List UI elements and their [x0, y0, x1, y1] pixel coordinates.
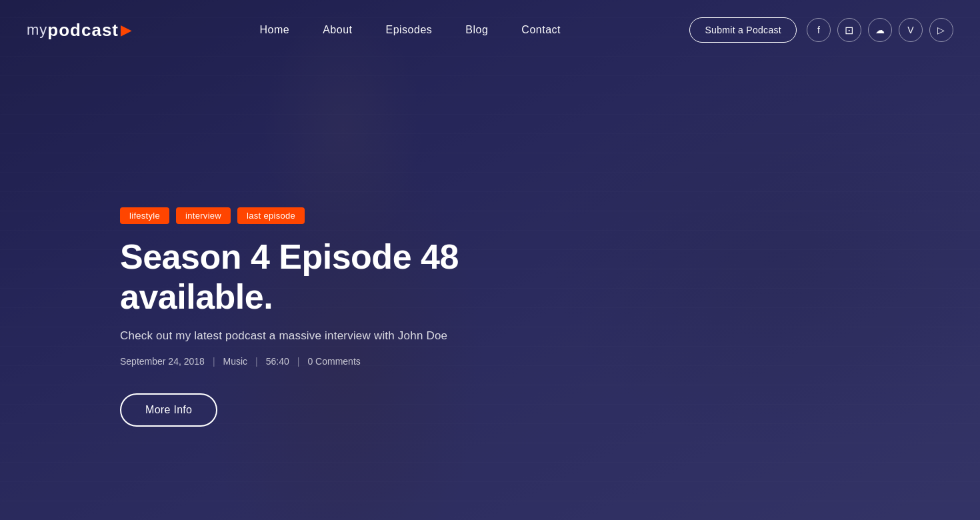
tag-interview[interactable]: interview [176, 207, 231, 224]
submit-podcast-button[interactable]: Submit a Podcast [689, 17, 797, 43]
hero-meta: September 24, 2018 | Music | 56:40 | 0 C… [120, 356, 587, 367]
youtube-icon[interactable]: ▷ [929, 18, 953, 42]
header-right: Submit a Podcast f ⊡ ☁ V ▷ [689, 17, 953, 43]
instagram-icon[interactable]: ⊡ [837, 18, 861, 42]
tag-lifestyle[interactable]: lifestyle [120, 207, 169, 224]
header: my podcast ▶ Home About Episodes Blog Co… [0, 0, 980, 60]
nav-home[interactable]: Home [259, 24, 289, 36]
meta-sep-3: | [297, 356, 300, 367]
logo-podcast: podcast [47, 20, 119, 41]
logo-my: my [27, 21, 47, 39]
logo[interactable]: my podcast ▶ [27, 20, 131, 41]
social-icons: f ⊡ ☁ V ▷ [807, 18, 953, 42]
hero-content: lifestyle interview last episode Season … [120, 207, 587, 427]
hero-comments: 0 Comments [307, 356, 360, 367]
nav-blog[interactable]: Blog [465, 24, 488, 36]
facebook-icon[interactable]: f [807, 18, 831, 42]
hero-category: Music [223, 356, 248, 367]
logo-arrow-icon: ▶ [121, 22, 131, 38]
nav-about[interactable]: About [323, 24, 352, 36]
hero-date: September 24, 2018 [120, 356, 205, 367]
hero-subtitle: Check out my latest podcast a massive in… [120, 329, 587, 343]
hero-duration: 56:40 [266, 356, 289, 367]
meta-sep-2: | [255, 356, 258, 367]
hero-title: Season 4 Episode 48 available. [120, 237, 587, 317]
more-info-button[interactable]: More Info [120, 393, 217, 427]
soundcloud-icon[interactable]: ☁ [868, 18, 892, 42]
tag-last-episode[interactable]: last episode [237, 207, 305, 224]
main-nav: Home About Episodes Blog Contact [259, 24, 561, 36]
tags-container: lifestyle interview last episode [120, 207, 587, 224]
nav-episodes[interactable]: Episodes [385, 24, 432, 36]
vimeo-icon[interactable]: V [899, 18, 923, 42]
meta-sep-1: | [213, 356, 215, 367]
nav-contact[interactable]: Contact [521, 24, 561, 36]
